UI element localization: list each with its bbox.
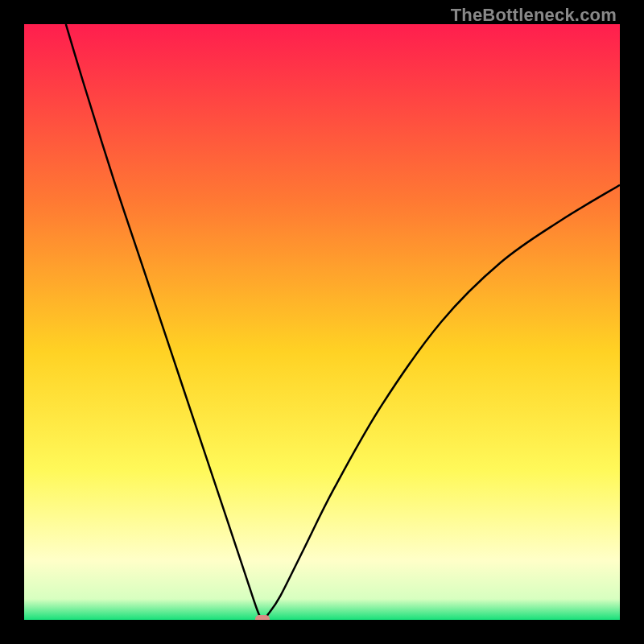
optimal-marker [255,615,270,620]
plot-area [24,24,620,620]
chart-frame: TheBottleneck.com [0,0,644,644]
watermark-text: TheBottleneck.com [451,5,617,26]
bottleneck-curve [24,24,620,620]
